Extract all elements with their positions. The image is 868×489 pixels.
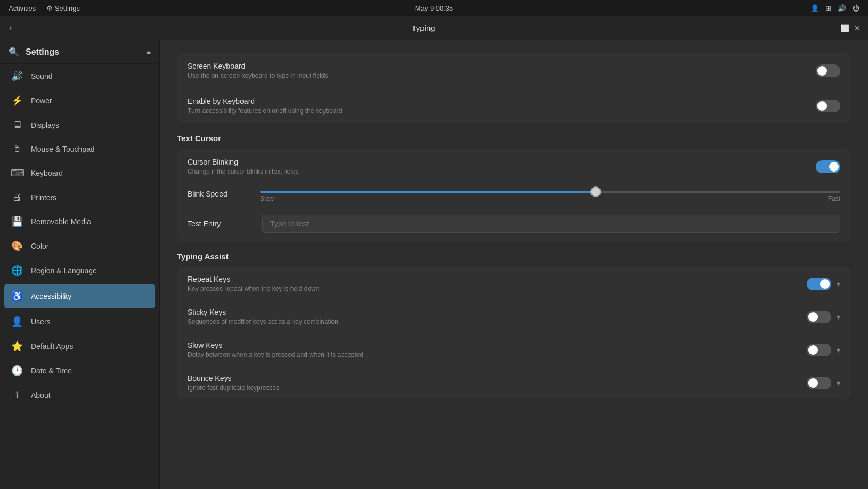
sidebar-header: 🔍 Settings ≡ xyxy=(0,40,159,64)
bounce-keys-row: Bounce Keys Ignore fast duplicate keypre… xyxy=(177,366,851,399)
sidebar-item-printers[interactable]: 🖨 Printers xyxy=(0,185,159,209)
sticky-keys-desc: Sequences of modifier keys act as a key … xyxy=(188,318,807,325)
sidebar-item-about[interactable]: ℹ About xyxy=(0,383,159,408)
region-language-label: Region & Language xyxy=(31,266,97,275)
slow-keys-row: Slow Keys Delay between when a key is pr… xyxy=(177,333,851,366)
sidebar-item-date-time[interactable]: 🕐 Date & Time xyxy=(0,358,159,383)
accessibility-label: Accessibility xyxy=(31,292,71,300)
repeat-keys-desc: Key presses repeat when the key is held … xyxy=(188,285,807,292)
enable-keyboard-title: Enable by Keyboard xyxy=(188,97,816,105)
keyboard-icon: ⌨ xyxy=(11,167,23,179)
sidebar-item-region-language[interactable]: 🌐 Region & Language xyxy=(0,258,159,283)
sticky-keys-row: Sticky Keys Sequences of modifier keys a… xyxy=(177,300,851,333)
cursor-blinking-desc: Change if the cursor blinks in text fiel… xyxy=(188,168,816,175)
sidebar-item-keyboard[interactable]: ⌨ Keyboard xyxy=(0,161,159,185)
sidebar-item-removable-media[interactable]: 💾 Removable Media xyxy=(0,209,159,234)
datetime-label: May 9 00:35 xyxy=(415,4,453,12)
minimize-button[interactable]: — xyxy=(828,24,836,32)
default-apps-icon: ⭐ xyxy=(11,340,23,352)
enable-keyboard-row: Enable by Keyboard Turn accessibility fe… xyxy=(177,88,851,123)
hamburger-icon[interactable]: ≡ xyxy=(147,48,151,56)
repeat-keys-row: Repeat Keys Key presses repeat when the … xyxy=(177,267,851,300)
repeat-keys-expand-icon[interactable]: ▾ xyxy=(837,280,840,288)
color-icon: 🎨 xyxy=(11,240,23,252)
about-icon: ℹ xyxy=(11,389,23,401)
fast-label: Fast xyxy=(828,195,840,202)
text-cursor-card: Cursor Blinking Change if the cursor bli… xyxy=(177,149,851,241)
bounce-keys-toggle[interactable] xyxy=(807,377,831,389)
enable-keyboard-toggle[interactable] xyxy=(816,100,840,112)
bounce-keys-expand-icon[interactable]: ▾ xyxy=(837,379,840,387)
sidebar-nav: 🔊 Sound ⚡ Power 🖥 Displays 🖱 Mouse & Tou… xyxy=(0,64,159,408)
sticky-keys-expand-icon[interactable]: ▾ xyxy=(837,313,840,321)
typing-assist-card: Repeat Keys Key presses repeat when the … xyxy=(177,267,851,399)
typing-assist-heading: Typing Assist xyxy=(177,252,851,261)
sidebar-item-sound[interactable]: 🔊 Sound xyxy=(0,64,159,88)
test-entry-row: Test Entry xyxy=(177,209,851,241)
sidebar-item-mouse-touchpad[interactable]: 🖱 Mouse & Touchpad xyxy=(0,137,159,161)
accessibility-icon: ♿ xyxy=(11,290,23,302)
close-button[interactable]: ✕ xyxy=(853,24,862,32)
screen-keyboard-title: Screen Keyboard xyxy=(188,62,816,70)
screen-keyboard-desc: Use the on-screen keyboard to type in in… xyxy=(188,72,816,79)
power-icon: ⚡ xyxy=(11,95,23,107)
back-button[interactable]: ‹ xyxy=(6,24,15,32)
maximize-button[interactable]: ⬜ xyxy=(840,24,849,32)
slow-keys-title: Slow Keys xyxy=(188,341,807,349)
test-entry-label: Test Entry xyxy=(188,219,252,228)
bounce-keys-desc: Ignore fast duplicate keypresses xyxy=(188,384,807,392)
about-label: About xyxy=(31,391,51,400)
window-header: ‹ Typing — ⬜ ✕ xyxy=(0,16,868,40)
sidebar-item-color[interactable]: 🎨 Color xyxy=(0,234,159,258)
sidebar: 🔍 Settings ≡ 🔊 Sound ⚡ Power 🖥 Displays … xyxy=(0,40,160,489)
sidebar-item-users[interactable]: 👤 Users xyxy=(0,309,159,334)
sticky-keys-title: Sticky Keys xyxy=(188,308,807,316)
enable-keyboard-desc: Turn accessibility features on or off us… xyxy=(188,107,816,115)
slow-keys-expand-icon[interactable]: ▾ xyxy=(837,346,840,354)
displays-label: Displays xyxy=(31,121,59,129)
volume-icon: 🔊 xyxy=(838,4,846,12)
main-panel: Screen Keyboard Use the on-screen keyboa… xyxy=(160,40,868,489)
removable-media-icon: 💾 xyxy=(11,216,23,227)
topbar: Activities ⚙ Settings May 9 00:35 👤 ⊞ 🔊 … xyxy=(0,0,868,16)
printers-icon: 🖨 xyxy=(11,192,23,203)
mouse-touchpad-icon: 🖱 xyxy=(11,143,23,154)
network-icon: ⊞ xyxy=(825,4,831,12)
slow-keys-toggle[interactable] xyxy=(807,344,831,356)
users-label: Users xyxy=(31,317,51,326)
test-entry-input[interactable] xyxy=(262,215,840,233)
sound-icon: 🔊 xyxy=(11,70,23,82)
color-label: Color xyxy=(31,242,48,250)
default-apps-label: Default Apps xyxy=(31,342,73,351)
blink-speed-label: Blink Speed xyxy=(188,190,252,198)
sticky-keys-toggle[interactable] xyxy=(807,311,831,323)
mouse-touchpad-label: Mouse & Touchpad xyxy=(31,145,95,153)
power-icon[interactable]: ⏻ xyxy=(853,4,859,12)
keyboard-label: Keyboard xyxy=(31,169,63,177)
cursor-blinking-toggle[interactable] xyxy=(816,160,840,173)
window-title: Typing xyxy=(19,23,828,32)
cursor-blinking-row: Cursor Blinking Change if the cursor bli… xyxy=(177,149,851,184)
cursor-blinking-title: Cursor Blinking xyxy=(188,158,816,166)
repeat-keys-toggle[interactable] xyxy=(807,278,831,290)
region-language-icon: 🌐 xyxy=(11,265,23,276)
screen-keyboard-toggle[interactable] xyxy=(816,64,840,77)
repeat-keys-title: Repeat Keys xyxy=(188,275,807,283)
sound-label: Sound xyxy=(31,72,52,80)
date-time-icon: 🕐 xyxy=(11,365,23,377)
search-icon[interactable]: 🔍 xyxy=(9,47,19,57)
screen-keyboard-row: Screen Keyboard Use the on-screen keyboa… xyxy=(177,53,851,88)
settings-menu-button[interactable]: ⚙ Settings xyxy=(46,4,80,12)
sidebar-item-displays[interactable]: 🖥 Displays xyxy=(0,113,159,137)
blink-speed-row: Blink Speed Slow Fast xyxy=(177,184,851,209)
power-label: Power xyxy=(31,96,52,105)
sidebar-item-default-apps[interactable]: ⭐ Default Apps xyxy=(0,334,159,358)
date-time-label: Date & Time xyxy=(31,366,72,375)
sidebar-item-accessibility[interactable]: ♿ Accessibility xyxy=(4,284,155,308)
text-cursor-heading: Text Cursor xyxy=(177,134,851,143)
printers-label: Printers xyxy=(31,193,56,202)
sidebar-item-power[interactable]: ⚡ Power xyxy=(0,88,159,113)
activities-button[interactable]: Activities xyxy=(9,4,36,12)
displays-icon: 🖥 xyxy=(11,119,23,131)
blink-speed-slider[interactable] xyxy=(260,191,840,193)
